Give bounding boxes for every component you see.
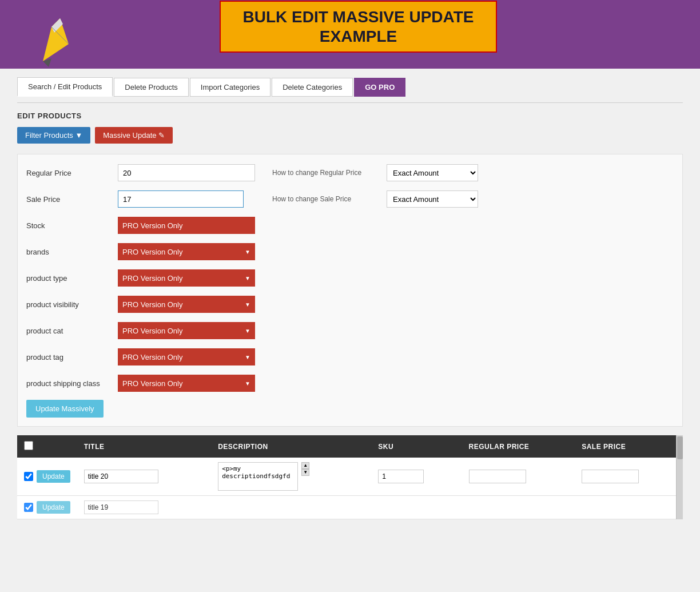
product-visibility-label: product visibility <box>26 300 118 309</box>
product-shipping-class-pro-wrap: PRO Version Only ▼ <box>118 375 255 392</box>
product-tag-label: product tag <box>26 353 118 361</box>
field-row-product-visibility: product visibility PRO Version Only ▼ <box>26 295 674 314</box>
row2-sku-cell <box>371 496 462 519</box>
product-type-pro-wrap: PRO Version Only ▼ <box>118 269 255 287</box>
stock-pro-wrap: PRO Version Only <box>118 217 255 234</box>
product-cat-label: product cat <box>26 327 118 335</box>
sale-price-input[interactable] <box>118 190 244 208</box>
how-to-regular-price-select[interactable]: Exact Amount Increase by % Decrease by %… <box>387 164 478 181</box>
table-row: Update <p>my descriptiondfsdgfd ▲ <box>17 458 683 496</box>
product-tag-pro-button: PRO Version Only ▼ <box>118 348 255 365</box>
tab-delete-products[interactable]: Delete Products <box>114 78 189 97</box>
row1-sku-input[interactable] <box>378 470 424 483</box>
col-regular-price: REGULAR PRICE <box>462 435 575 458</box>
edit-fields-panel: Regular Price How to change Regular Pric… <box>17 154 683 427</box>
regular-price-input[interactable] <box>118 164 255 181</box>
pencil-icon <box>34 15 86 69</box>
row1-desc-expand-button[interactable]: ▲ <box>301 462 309 469</box>
table-row: Update <box>17 496 683 519</box>
svg-marker-0 <box>43 27 69 61</box>
product-visibility-pro-button: PRO Version Only ▼ <box>118 296 255 313</box>
how-to-sale-price-select[interactable]: Exact Amount Increase by % Decrease by %… <box>387 190 478 208</box>
product-visibility-pro-wrap: PRO Version Only ▼ <box>118 296 255 313</box>
field-row-regular-price: Regular Price How to change Regular Pric… <box>26 163 674 182</box>
regular-price-input-wrap <box>118 164 255 181</box>
field-row-product-tag: product tag PRO Version Only ▼ <box>26 347 674 367</box>
tab-delete-categories[interactable]: Delete Categories <box>272 78 353 97</box>
col-title: TITLE <box>77 435 211 458</box>
update-massively-button[interactable]: Update Massively <box>26 400 104 418</box>
tab-search-edit[interactable]: Search / Edit Products <box>17 77 113 97</box>
row1-description-input[interactable]: <p>my descriptiondfsdgfd <box>218 462 298 491</box>
filter-products-button[interactable]: Filter Products ▼ <box>17 127 90 144</box>
regular-price-label: Regular Price <box>26 169 118 177</box>
product-tag-pro-wrap: PRO Version Only ▼ <box>118 348 255 365</box>
row2-description-cell <box>211 496 371 519</box>
how-to-sale-price-label: How to change Sale Price <box>272 195 387 203</box>
tab-go-pro[interactable]: GO PRO <box>354 78 405 97</box>
field-row-product-type: product type PRO Version Only ▼ <box>26 268 674 288</box>
row1-checkbox-cell: Update <box>17 458 77 496</box>
product-type-pro-button: PRO Version Only ▼ <box>118 269 255 287</box>
row1-regular-price-cell <box>462 458 575 496</box>
row1-description-cell: <p>my descriptiondfsdgfd ▲ ▼ <box>211 458 371 496</box>
row1-sale-price-cell <box>575 458 683 496</box>
tab-navigation: Search / Edit Products Delete Products I… <box>17 69 683 103</box>
products-table: TITLE DESCRIPTION SKU REGULAR PRICE SALE… <box>17 435 683 519</box>
product-type-label: product type <box>26 274 118 283</box>
massive-update-button[interactable]: Massive Update ✎ <box>95 127 173 144</box>
stock-label: Stock <box>26 221 118 230</box>
overlay-title-text: BULK EDIT MASSIVE UPDATE EXAMPLE <box>232 7 484 46</box>
how-to-regular-price-label: How to change Regular Price <box>272 169 387 177</box>
stock-pro-button: PRO Version Only <box>118 217 255 234</box>
brands-pro-wrap: PRO Version Only ▼ <box>118 243 255 260</box>
row1-sale-price-input[interactable] <box>582 470 639 483</box>
row1-regular-price-input[interactable] <box>469 470 526 483</box>
row2-title-cell <box>77 496 211 519</box>
product-shipping-class-pro-button: PRO Version Only ▼ <box>118 375 255 392</box>
field-row-product-shipping-class: product shipping class PRO Version Only … <box>26 374 674 393</box>
action-buttons: Filter Products ▼ Massive Update ✎ <box>17 127 683 144</box>
row2-update-button[interactable]: Update <box>37 501 70 514</box>
col-description: DESCRIPTION <box>211 435 371 458</box>
field-row-stock: Stock PRO Version Only <box>26 216 674 235</box>
row2-title-input[interactable] <box>84 500 158 514</box>
field-row-product-cat: product cat PRO Version Only ▼ <box>26 321 674 340</box>
scrollbar-thumb <box>677 436 683 459</box>
product-cat-pro-wrap: PRO Version Only ▼ <box>118 322 255 339</box>
col-checkbox <box>17 435 77 458</box>
overlay-title-box: BULK EDIT MASSIVE UPDATE EXAMPLE <box>220 1 497 53</box>
row1-title-input[interactable] <box>84 470 158 483</box>
row1-sku-cell <box>371 458 462 496</box>
sale-price-label: Sale Price <box>26 195 118 204</box>
section-title: EDIT PRODUCTS <box>17 112 683 120</box>
field-row-brands: brands PRO Version Only ▼ <box>26 242 674 261</box>
product-shipping-class-label: product shipping class <box>26 379 118 388</box>
row2-sale-price-cell <box>575 496 683 519</box>
row1-update-button[interactable]: Update <box>37 470 70 483</box>
table-scrollbar[interactable] <box>676 435 683 519</box>
field-row-sale-price: Sale Price How to change Sale Price Exac… <box>26 189 674 209</box>
product-cat-pro-button: PRO Version Only ▼ <box>118 322 255 339</box>
brands-label: brands <box>26 248 118 256</box>
sale-price-input-wrap <box>118 190 255 208</box>
brands-pro-button: PRO Version Only ▼ <box>118 243 255 260</box>
row1-desc-collapse-button[interactable]: ▼ <box>301 469 309 476</box>
row2-regular-price-cell <box>462 496 575 519</box>
tab-import-categories[interactable]: Import Categories <box>190 78 271 97</box>
col-sku: SKU <box>371 435 462 458</box>
row1-checkbox[interactable] <box>24 472 33 481</box>
row1-title-cell <box>77 458 211 496</box>
row2-checkbox[interactable] <box>24 503 33 512</box>
select-all-checkbox[interactable] <box>24 441 33 450</box>
main-content: Search / Edit Products Delete Products I… <box>0 69 700 537</box>
products-table-wrap: TITLE DESCRIPTION SKU REGULAR PRICE SALE… <box>17 435 683 519</box>
row2-checkbox-cell: Update <box>17 496 77 519</box>
col-sale-price: SALE PRICE <box>575 435 683 458</box>
